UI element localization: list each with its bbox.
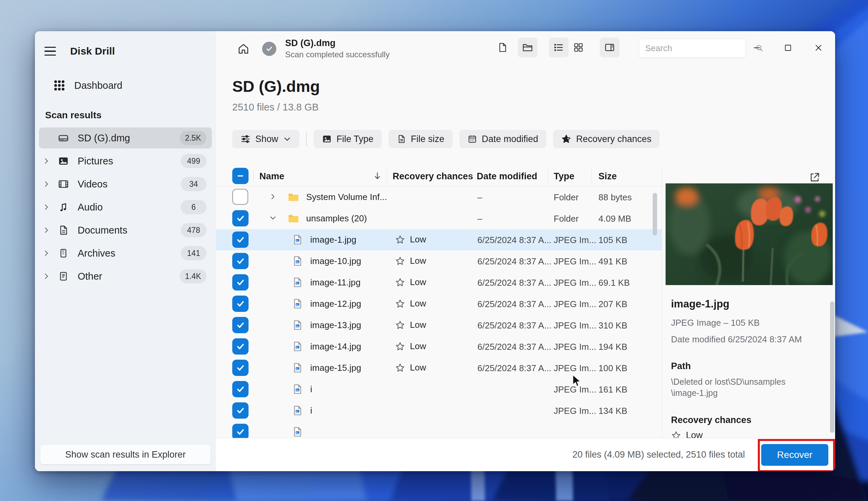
hamburger-menu-icon[interactable] — [44, 44, 58, 58]
side-panel-toggle-button[interactable] — [600, 38, 620, 57]
grid-view-button[interactable] — [569, 38, 588, 57]
chevron-down-icon[interactable] — [269, 215, 276, 221]
size-cell: 88 bytes — [599, 192, 632, 203]
document-icon — [497, 42, 508, 53]
show-in-explorer-button[interactable]: Show scan results in Explorer — [40, 445, 211, 465]
table-row[interactable]: System Volume Inf...–Folder88 bytes — [216, 186, 662, 208]
image-file-icon — [292, 277, 303, 288]
table-scrollbar[interactable] — [653, 193, 657, 236]
row-checkbox-checked[interactable] — [232, 317, 248, 333]
sidebar-item-archives[interactable]: Archives141 — [39, 243, 212, 264]
table-row[interactable]: image-14.jpgLow6/25/2024 8:37 A...JPEG I… — [216, 336, 662, 357]
pictures-icon — [54, 155, 73, 167]
row-checkbox-checked[interactable] — [232, 210, 248, 226]
row-checkbox-checked[interactable] — [232, 381, 248, 397]
column-header-name[interactable]: Name — [260, 171, 285, 182]
chevron-right-icon[interactable] — [39, 250, 54, 257]
chevron-right-icon[interactable] — [39, 204, 54, 211]
size-cell: 207 KB — [599, 299, 627, 309]
image-file-icon — [292, 298, 303, 309]
page-subtitle: 2510 files / 13.8 GB — [232, 102, 835, 113]
table-row[interactable]: image-11.jpgLow6/25/2024 8:37 A...JPEG I… — [216, 272, 662, 293]
search-input[interactable] — [645, 43, 755, 54]
table-row[interactable]: iJPEG Im...161 KB — [216, 379, 662, 400]
chevron-right-icon[interactable] — [39, 273, 54, 280]
open-folder-button[interactable] — [518, 38, 537, 57]
sidebar-item-pictures[interactable]: Pictures499 — [39, 150, 212, 171]
calendar-icon — [468, 134, 477, 144]
select-all-checkbox[interactable] — [232, 168, 248, 184]
table-row[interactable]: image-10.jpgLow6/25/2024 8:37 A...JPEG I… — [216, 250, 662, 272]
table-row[interactable]: iJPEG Im...134 KB — [216, 400, 662, 421]
minimize-button[interactable] — [746, 40, 767, 56]
recovery-chance: Low — [395, 234, 426, 245]
audio-icon — [54, 202, 73, 213]
home-icon — [237, 43, 250, 55]
star-outline-icon — [395, 277, 405, 287]
date-modified-cell: 6/25/2024 8:37 A... — [477, 278, 551, 288]
sidebar-item-documents[interactable]: Documents478 — [39, 220, 212, 241]
home-button[interactable] — [234, 39, 253, 58]
window-controls — [746, 40, 829, 56]
new-session-button[interactable] — [493, 38, 512, 57]
table-row[interactable]: image-15.jpgLow6/25/2024 8:37 A...JPEG I… — [216, 357, 662, 379]
sort-arrow-icon[interactable] — [373, 171, 382, 181]
row-checkbox-checked[interactable] — [232, 338, 248, 354]
row-checkbox-checked[interactable] — [232, 253, 248, 269]
row-checkbox-checked[interactable] — [232, 402, 248, 419]
sidebar-item-dashboard[interactable]: Dashboard — [39, 75, 212, 96]
star-outline-icon — [395, 235, 405, 245]
filter-bar: Show File Type File size — [232, 130, 835, 148]
row-checkbox-checked[interactable] — [232, 360, 248, 376]
row-checkbox-checked[interactable] — [232, 296, 248, 312]
row-checkbox-checked[interactable] — [232, 232, 248, 248]
chevron-right-icon[interactable] — [39, 227, 54, 234]
column-header-recovery[interactable]: Recovery chances — [393, 171, 473, 182]
row-checkbox-checked[interactable] — [232, 274, 248, 290]
table-body: System Volume Inf...–Folder88 bytesunsam… — [216, 186, 662, 438]
recovery-chance: Low — [395, 298, 426, 309]
sidebar-item-videos[interactable]: Videos34 — [39, 173, 212, 194]
dashboard-grid-icon — [54, 80, 65, 91]
selection-summary: 20 files (4.09 MB) selected, 2510 files … — [572, 449, 745, 460]
date-modified-filter-button[interactable]: Date modified — [459, 130, 547, 148]
chevron-right-icon[interactable] — [39, 181, 54, 188]
show-filter-button[interactable]: Show — [232, 130, 299, 148]
file-size-filter-button[interactable]: File size — [389, 130, 453, 148]
chevron-right-icon[interactable] — [39, 158, 54, 164]
size-cell: 491 KB — [599, 256, 627, 267]
row-checkbox-checked[interactable] — [232, 424, 248, 438]
file-name: unsamples (20) — [306, 213, 367, 224]
type-cell: JPEG Im... — [554, 406, 596, 416]
preview-scrollbar[interactable] — [830, 301, 834, 433]
file-name: i — [310, 384, 312, 395]
column-header-date[interactable]: Date modified — [477, 171, 537, 182]
row-checkbox-unchecked[interactable] — [232, 189, 248, 205]
sidebar-item-other[interactable]: Other1.4K — [39, 266, 212, 287]
table-row[interactable] — [216, 421, 662, 438]
size-cell: 194 KB — [599, 342, 627, 352]
bottom-bar: 20 files (4.09 MB) selected, 2510 files … — [216, 438, 835, 471]
type-cell: JPEG Im... — [554, 256, 596, 267]
side-panel-icon — [604, 42, 615, 53]
table-row[interactable]: image-12.jpgLow6/25/2024 8:37 A...JPEG I… — [216, 293, 662, 315]
sidebar-item-audio[interactable]: Audio6 — [39, 196, 212, 217]
search-box[interactable] — [639, 39, 746, 57]
table-row[interactable]: image-1.jpgLow6/25/2024 8:37 A...JPEG Im… — [216, 229, 662, 250]
close-button[interactable] — [808, 40, 829, 56]
chevron-right-icon[interactable] — [269, 193, 276, 200]
sidebar-item-label: Pictures — [78, 156, 181, 167]
date-modified-cell: 6/25/2024 8:37 A... — [477, 299, 551, 309]
column-header-type[interactable]: Type — [554, 171, 574, 182]
file-name: image-14.jpg — [310, 341, 361, 352]
list-view-button[interactable] — [549, 38, 569, 57]
column-header-size[interactable]: Size — [599, 171, 617, 182]
recovery-chances-filter-button[interactable]: Recovery chances — [553, 130, 659, 148]
preview-path-value: \Deleted or lost\SD\unsamples \image-1.j… — [671, 376, 822, 398]
table-row[interactable]: unsamples (20)–Folder4.09 MB — [216, 208, 662, 229]
sidebar-item-sd-g-dmg[interactable]: SD (G).dmg2.5K — [39, 127, 212, 148]
table-row[interactable]: image-13.jpgLow6/25/2024 8:37 A...JPEG I… — [216, 315, 662, 336]
file-type-filter-button[interactable]: File Type — [314, 130, 382, 148]
file-name: System Volume Inf... — [306, 192, 387, 202]
maximize-button[interactable] — [777, 40, 798, 56]
